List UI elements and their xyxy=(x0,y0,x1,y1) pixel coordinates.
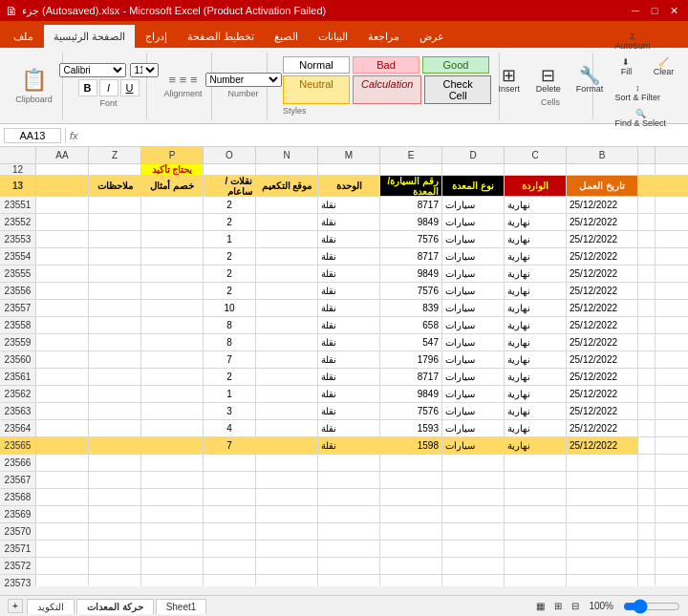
cell-m[interactable]: نقلة xyxy=(318,351,380,368)
cell-c[interactable]: نهارية xyxy=(505,369,567,385)
formula-input[interactable] xyxy=(82,130,684,141)
header-n[interactable]: موقع التكعيم xyxy=(256,176,318,196)
cell-aa[interactable] xyxy=(36,266,89,282)
cell-c[interactable]: نهارية xyxy=(505,334,567,350)
cell-aa[interactable] xyxy=(36,541,89,557)
cell-aa[interactable] xyxy=(36,437,89,454)
find-select-button[interactable]: 🔍 Find & Select xyxy=(609,107,672,130)
cell-m[interactable]: نقلة xyxy=(318,369,380,385)
cell-d[interactable] xyxy=(442,455,505,471)
cell-reference-input[interactable] xyxy=(4,128,61,143)
cell-e[interactable]: 7576 xyxy=(380,231,442,247)
cell-b[interactable] xyxy=(567,575,638,586)
style-check-cell[interactable]: Check Cell xyxy=(424,75,492,104)
cell-p[interactable] xyxy=(141,403,204,419)
cell-c[interactable] xyxy=(505,506,567,522)
cell-aa[interactable] xyxy=(36,523,89,540)
cell-e[interactable]: 547 xyxy=(380,334,442,350)
cell-m[interactable]: نقلة xyxy=(318,317,380,333)
cell-m[interactable] xyxy=(318,575,380,586)
col-header-m[interactable]: M xyxy=(318,147,380,163)
cell-z[interactable] xyxy=(89,541,141,557)
cell-m[interactable]: نقلة xyxy=(318,386,380,402)
cell-p[interactable] xyxy=(141,248,204,265)
cell-n[interactable] xyxy=(256,300,318,316)
cell-z[interactable] xyxy=(89,369,141,385)
cell-m[interactable]: نقلة xyxy=(318,283,380,299)
header-c[interactable]: الواردة xyxy=(505,176,567,196)
minimize-button[interactable]: ─ xyxy=(627,3,644,18)
cell-d-12[interactable] xyxy=(442,164,505,175)
tab-data[interactable]: البيانات xyxy=(309,25,357,48)
cell-m[interactable] xyxy=(318,472,380,488)
style-calculation[interactable]: Calculation xyxy=(353,75,421,104)
col-header-z[interactable]: Z xyxy=(89,147,141,163)
clear-button[interactable]: 🧹 Clear xyxy=(646,55,680,78)
cell-o[interactable]: 2 xyxy=(204,214,256,230)
cell-b[interactable]: 25/12/2022 xyxy=(567,403,638,419)
cell-o[interactable] xyxy=(204,472,256,488)
cell-z[interactable] xyxy=(89,403,141,419)
cell-z[interactable] xyxy=(89,300,141,316)
cell-d[interactable] xyxy=(442,506,505,522)
cell-b[interactable] xyxy=(567,472,638,488)
cell-z[interactable] xyxy=(89,472,141,488)
header-p[interactable]: خصم أمثال xyxy=(141,176,204,196)
cell-n[interactable] xyxy=(256,420,318,436)
cell-m[interactable] xyxy=(318,558,380,574)
cell-c[interactable] xyxy=(505,455,567,471)
cell-n[interactable] xyxy=(256,248,318,265)
cell-c[interactable] xyxy=(505,472,567,488)
cell-b[interactable]: 25/12/2022 xyxy=(567,420,638,436)
cell-aa[interactable] xyxy=(36,386,89,402)
cell-c[interactable]: نهارية xyxy=(505,317,567,333)
cell-e[interactable] xyxy=(380,489,442,505)
cell-b[interactable]: 25/12/2022 xyxy=(567,231,638,247)
cell-d[interactable] xyxy=(442,541,505,557)
cell-n[interactable] xyxy=(256,472,318,488)
cell-b[interactable] xyxy=(567,489,638,505)
cell-o[interactable]: 4 xyxy=(204,420,256,436)
cell-d[interactable] xyxy=(442,472,505,488)
cell-b[interactable] xyxy=(567,506,638,522)
cell-n[interactable] xyxy=(256,283,318,299)
col-header-p[interactable]: P xyxy=(141,147,204,163)
cell-n[interactable] xyxy=(256,437,318,454)
cell-n[interactable] xyxy=(256,541,318,557)
cell-e[interactable] xyxy=(380,575,442,586)
cell-c[interactable] xyxy=(505,523,567,540)
cell-c[interactable]: نهارية xyxy=(505,231,567,247)
cell-d[interactable]: سيارات xyxy=(442,231,505,247)
cell-o[interactable]: 8 xyxy=(204,317,256,333)
cell-n[interactable] xyxy=(256,558,318,574)
col-header-c[interactable]: C xyxy=(505,147,567,163)
cell-n[interactable] xyxy=(256,455,318,471)
cell-p[interactable] xyxy=(141,455,204,471)
cell-aa[interactable] xyxy=(36,506,89,522)
cell-d[interactable]: سيارات xyxy=(442,351,505,368)
cell-n[interactable] xyxy=(256,489,318,505)
cell-p[interactable] xyxy=(141,558,204,574)
tab-file[interactable]: ملف xyxy=(4,25,43,48)
cell-d[interactable]: سيارات xyxy=(442,369,505,385)
cell-c[interactable] xyxy=(505,489,567,505)
cell-b[interactable]: 25/12/2022 xyxy=(567,197,638,213)
header-o[interactable]: نقلات /ساعام xyxy=(204,176,256,196)
cell-n[interactable] xyxy=(256,403,318,419)
cell-p[interactable] xyxy=(141,506,204,522)
cell-c[interactable]: نهارية xyxy=(505,386,567,402)
header-z[interactable]: ملاحظات xyxy=(89,176,141,196)
cell-n[interactable] xyxy=(256,351,318,368)
style-good[interactable]: Good xyxy=(422,56,489,74)
cell-n[interactable] xyxy=(256,214,318,230)
cell-p[interactable] xyxy=(141,231,204,247)
cell-p[interactable] xyxy=(141,575,204,586)
cell-d[interactable]: سيارات xyxy=(442,300,505,316)
style-normal[interactable]: Normal xyxy=(283,56,350,74)
font-size-select[interactable]: 11 xyxy=(130,63,159,77)
cell-b[interactable]: 25/12/2022 xyxy=(567,266,638,282)
cell-p[interactable] xyxy=(141,351,204,368)
cell-d[interactable]: سيارات xyxy=(442,386,505,402)
cell-b-12[interactable] xyxy=(567,164,638,175)
cell-o[interactable]: 2 xyxy=(204,283,256,299)
